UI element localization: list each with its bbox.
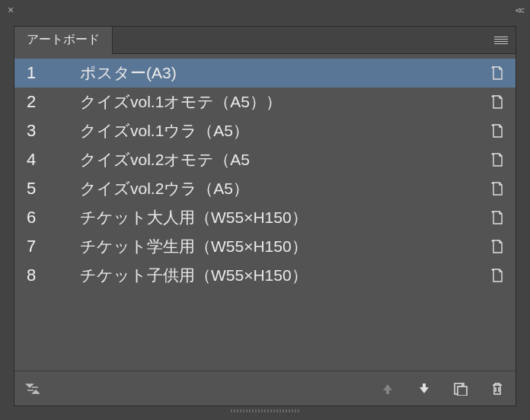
orientation-icon[interactable] [479,94,516,110]
artboard-name[interactable]: クイズvol.1オモテ（A5）） [80,91,479,113]
artboard-row[interactable]: 3クイズvol.1ウラ（A5） [14,116,516,145]
artboards-panel: アートボード 1ポスター(A3)2クイズvol.1オモテ（A5））3クイズvol… [14,26,516,406]
artboard-name[interactable]: クイズvol.2オモテ（A5 [80,149,479,170]
artboard-row[interactable]: 8チケット子供用（W55×H150） [14,261,516,290]
tab-label: アートボード [27,32,100,48]
orientation-icon[interactable] [479,152,516,167]
svg-rect-1 [458,387,467,396]
artboard-row[interactable]: 1ポスター(A3) [14,59,516,88]
artboard-row[interactable]: 5クイズvol.2ウラ（A5） [14,174,516,203]
close-icon[interactable]: × [8,4,14,16]
delete-button[interactable] [487,378,508,399]
orientation-icon[interactable] [479,210,516,225]
panel-footer [14,371,516,406]
collapse-icon[interactable]: << [516,5,522,16]
artboard-list: 1ポスター(A3)2クイズvol.1オモテ（A5））3クイズvol.1ウラ（A5… [14,54,516,371]
resize-grip[interactable] [14,408,516,414]
artboard-row[interactable]: 6チケット大人用（W55×H150） [14,203,516,232]
artboard-row[interactable]: 4クイズvol.2オモテ（A5 [14,145,516,174]
tab-artboards[interactable]: アートボード [14,27,113,54]
new-artboard-button[interactable] [450,378,471,399]
artboard-name[interactable]: ポスター(A3) [80,62,479,84]
titlebar: × << [0,0,530,20]
artboard-number: 3 [14,121,80,141]
artboard-name[interactable]: チケット子供用（W55×H150） [80,265,479,286]
move-down-button[interactable] [413,378,435,399]
orientation-icon[interactable] [479,268,516,283]
rearrange-icon[interactable] [22,378,43,399]
orientation-icon[interactable] [479,181,516,196]
artboard-name[interactable]: クイズvol.1ウラ（A5） [80,120,479,142]
orientation-icon[interactable] [479,239,516,254]
artboard-number: 2 [14,92,80,112]
artboard-row[interactable]: 7チケット学生用（W55×H150） [14,232,516,261]
artboard-name[interactable]: チケット学生用（W55×H150） [80,236,479,257]
orientation-icon[interactable] [479,123,516,138]
tab-bar: アートボード [14,27,516,54]
artboard-number: 1 [14,63,80,83]
artboard-number: 6 [14,208,80,228]
panel-menu-icon[interactable] [494,37,508,44]
artboard-number: 5 [14,179,80,199]
move-up-button[interactable] [377,378,398,399]
artboard-row[interactable]: 2クイズvol.1オモテ（A5）） [14,88,516,116]
artboard-number: 4 [14,150,80,170]
artboard-name[interactable]: クイズvol.2ウラ（A5） [80,178,479,199]
orientation-icon[interactable] [479,65,516,81]
artboard-name[interactable]: チケット大人用（W55×H150） [80,207,479,228]
artboard-number: 7 [14,237,80,256]
artboard-number: 8 [14,266,80,285]
